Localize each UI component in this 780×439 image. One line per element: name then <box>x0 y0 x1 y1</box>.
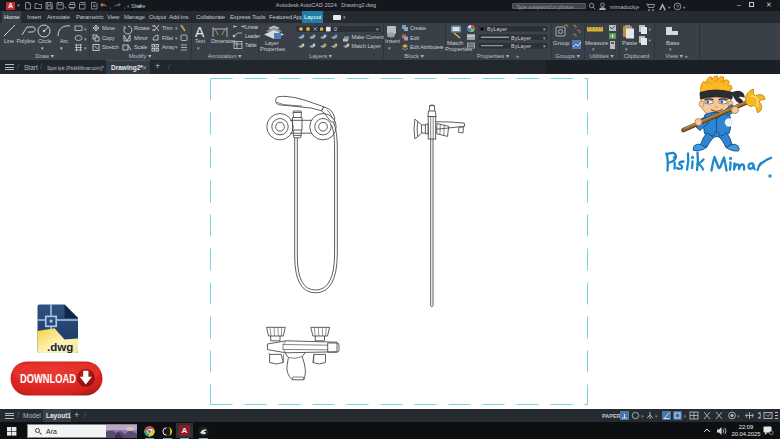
svg-text:.dwg: .dwg <box>47 341 73 353</box>
svg-text:Insert: Insert <box>385 38 400 44</box>
svg-text:Line: Line <box>4 38 14 44</box>
svg-text:Scale: Scale <box>134 44 147 50</box>
svg-text:Polyline: Polyline <box>17 38 36 44</box>
svg-text:▾: ▾ <box>649 38 652 43</box>
svg-text:Table: Table <box>245 42 257 48</box>
svg-text:Circle: Circle <box>38 38 51 44</box>
svg-text:Rotate: Rotate <box>134 25 150 31</box>
svg-text:0: 0 <box>334 26 337 32</box>
svg-text:Stretch: Stretch <box>102 44 119 50</box>
svg-text:Layer: Layer <box>265 40 279 46</box>
svg-text:▾: ▾ <box>175 44 178 50</box>
svg-text:Edit: Edit <box>410 35 420 41</box>
svg-text:Fillet: Fillet <box>162 35 174 41</box>
svg-text:Copy: Copy <box>102 35 115 41</box>
svg-text:DOWNLOAD: DOWNLOAD <box>20 372 76 386</box>
svg-text:▾: ▾ <box>127 4 130 9</box>
svg-text:mimaducky: mimaducky <box>610 3 638 9</box>
svg-text:▾: ▾ <box>684 413 687 419</box>
svg-text:Array: Array <box>162 44 175 50</box>
svg-text:▾: ▾ <box>668 4 671 9</box>
svg-text:▾: ▾ <box>737 413 740 419</box>
svg-text:Text: Text <box>195 38 206 44</box>
svg-text:ByLayer: ByLayer <box>511 35 531 41</box>
svg-text:▾: ▾ <box>683 4 686 9</box>
svg-text:▾: ▾ <box>41 45 44 51</box>
svg-text:▾: ▾ <box>637 4 640 9</box>
svg-text:ByLayer: ByLayer <box>487 26 507 32</box>
svg-text:Measure: Measure <box>585 40 609 46</box>
svg-text:Match Layer: Match Layer <box>352 43 381 49</box>
svg-text:Group: Group <box>553 40 570 46</box>
svg-text:Make Current: Make Current <box>352 34 385 40</box>
svg-text:Create: Create <box>410 25 426 31</box>
svg-text:ByLayer: ByLayer <box>511 43 531 49</box>
svg-text:▾: ▾ <box>84 36 87 42</box>
svg-text:▾: ▾ <box>655 413 658 419</box>
svg-text:Move: Move <box>102 25 115 31</box>
svg-text:▾: ▾ <box>649 27 652 32</box>
svg-text:▾: ▾ <box>441 44 444 50</box>
svg-text:Dimension: Dimension <box>211 38 235 44</box>
svg-text:▾: ▾ <box>641 413 644 419</box>
svg-text:▾: ▾ <box>625 46 628 52</box>
svg-text:▾: ▾ <box>388 45 391 51</box>
svg-text:?: ? <box>676 3 679 9</box>
svg-text:Trim: Trim <box>162 25 173 31</box>
svg-text:Base: Base <box>666 40 680 46</box>
svg-text:▾: ▾ <box>60 45 63 51</box>
svg-text:▾: ▾ <box>84 26 87 32</box>
svg-text:Edit Attributes: Edit Attributes <box>410 44 443 50</box>
svg-text:Match: Match <box>447 40 463 46</box>
svg-text:▾: ▾ <box>592 46 595 52</box>
svg-text:Arc: Arc <box>60 38 68 44</box>
svg-text:▾: ▾ <box>84 45 87 51</box>
svg-text:▾: ▾ <box>669 46 672 52</box>
svg-text:Properties: Properties <box>260 46 285 52</box>
svg-text:Paste: Paste <box>622 40 638 46</box>
svg-text:Mirror: Mirror <box>134 35 148 41</box>
svg-text:▾: ▾ <box>175 35 178 41</box>
svg-text:▾: ▾ <box>197 45 200 51</box>
svg-text:▾: ▾ <box>175 25 178 31</box>
